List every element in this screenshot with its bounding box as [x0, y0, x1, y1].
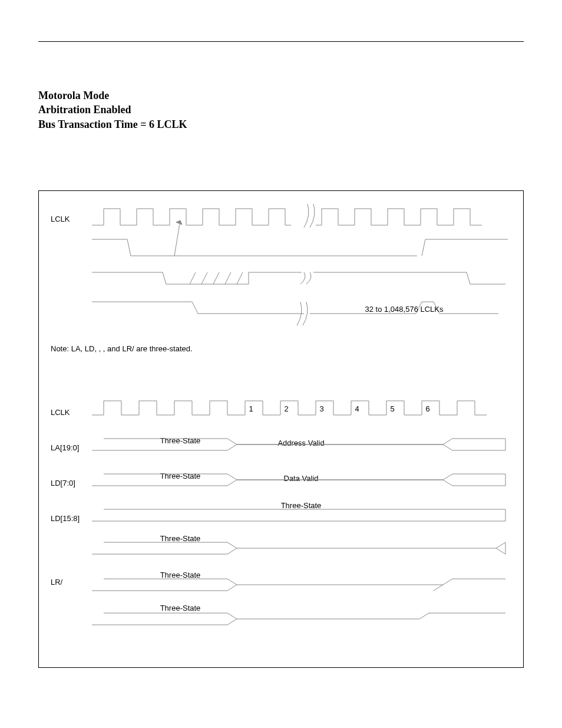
- heading-line1: Motorola Mode: [38, 88, 187, 103]
- timing-diagram-container: LCLK: [38, 190, 524, 668]
- svg-line-3: [225, 272, 231, 284]
- clk-range-label: 32 to 1,048,576 LCLKs: [365, 305, 444, 314]
- signal-label-ld158: LD[15:8]: [51, 514, 80, 523]
- top-waveforms: [92, 197, 516, 327]
- svg-line-0: [190, 272, 196, 284]
- signal-label-lclk: LCLK: [51, 408, 70, 417]
- signal-label-lclk-top: LCLK: [51, 215, 70, 223]
- svg-line-2: [213, 272, 219, 284]
- svg-line-4: [237, 272, 243, 284]
- heading-line2: Arbitration Enabled: [38, 103, 187, 117]
- svg-line-1: [201, 272, 207, 284]
- bottom-waveforms: [92, 391, 516, 645]
- signal-label-la: LA[19:0]: [51, 443, 79, 452]
- heading-line3: Bus Transaction Time = 6 LCLK: [38, 117, 187, 131]
- tri-state-note: Note: LA, LD, , , and LR/ are three-stat…: [51, 344, 193, 353]
- signal-label-ld70: LD[7:0]: [51, 479, 75, 487]
- signal-label-lrw: LR/: [51, 578, 62, 587]
